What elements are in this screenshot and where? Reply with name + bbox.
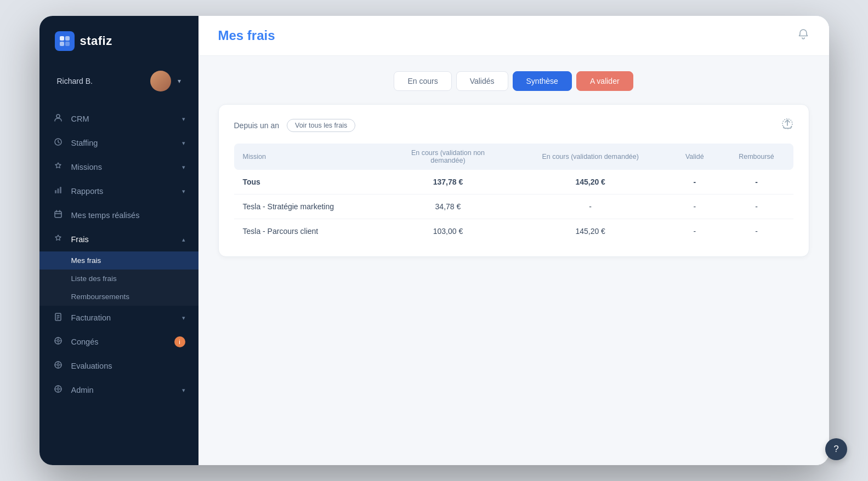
- cell-en-cours-non-dem: 34,78 €: [385, 194, 511, 219]
- table-header: Mission En cours (validation nondemandée…: [234, 144, 793, 170]
- table-body: Tous 137,78 € 145,20 € - - Tesla - Strat…: [234, 170, 793, 243]
- col-mission: Mission: [234, 144, 385, 170]
- svg-point-14: [57, 364, 59, 366]
- cell-en-cours-non-dem: 137,78 €: [385, 170, 511, 194]
- svg-rect-1: [65, 36, 70, 41]
- rapports-icon: [53, 186, 64, 197]
- sidebar-item-conges[interactable]: Congés i: [39, 330, 198, 354]
- cell-en-cours-non-dem: 103,00 €: [385, 219, 511, 244]
- user-name: Richard B.: [57, 77, 144, 85]
- sidebar-item-crm[interactable]: CRM ▾: [39, 107, 198, 131]
- table-row: Tesla - Parcours client 103,00 € 145,20 …: [234, 219, 793, 244]
- conges-label: Congés: [71, 337, 163, 346]
- svg-point-16: [57, 388, 59, 390]
- app-window: stafiz Richard B. ▾ CRM ▾: [39, 16, 829, 465]
- sidebar: stafiz Richard B. ▾ CRM ▾: [39, 16, 198, 465]
- sidebar-item-remboursements[interactable]: Remboursements: [39, 288, 198, 306]
- upload-icon[interactable]: [781, 118, 793, 133]
- tab-synthese[interactable]: Synthèse: [513, 71, 572, 91]
- table-header-row: Mission En cours (validation nondemandée…: [234, 144, 793, 170]
- col-valide: Validé: [670, 144, 719, 170]
- logo-icon: [55, 31, 75, 51]
- svg-rect-2: [60, 42, 64, 46]
- svg-rect-3: [65, 42, 70, 46]
- avatar: [150, 71, 171, 91]
- tab-valides[interactable]: Validés: [456, 71, 508, 91]
- admin-icon: [53, 385, 64, 396]
- facturation-chevron-icon: ▾: [182, 314, 185, 322]
- cell-rembourse: -: [719, 170, 793, 194]
- frais-chevron-icon: ▴: [182, 236, 185, 243]
- sidebar-item-facturation[interactable]: Facturation ▾: [39, 306, 198, 330]
- facturation-label: Facturation: [71, 313, 174, 322]
- sidebar-item-evaluations[interactable]: Evaluations: [39, 354, 198, 378]
- sidebar-item-missions[interactable]: Missions ▾: [39, 155, 198, 179]
- col-rembourse: Remboursé: [719, 144, 793, 170]
- staffing-icon: [53, 138, 64, 148]
- svg-rect-8: [60, 187, 61, 193]
- content-area: En cours Validés Synthèse A valider Depu…: [198, 56, 829, 465]
- frais-icon: [53, 234, 64, 245]
- svg-rect-7: [57, 188, 59, 193]
- missions-icon: [53, 162, 64, 173]
- svg-rect-6: [55, 190, 56, 193]
- sidebar-item-staffing[interactable]: Staffing ▾: [39, 131, 198, 155]
- liste-frais-label: Liste des frais: [71, 274, 117, 283]
- help-button[interactable]: ?: [825, 438, 847, 460]
- logo-text: stafiz: [80, 34, 112, 48]
- voir-tous-button[interactable]: Voir tous les frais: [287, 119, 355, 132]
- page-title: Mes frais: [218, 28, 275, 43]
- cell-rembourse: -: [719, 194, 793, 219]
- sidebar-navigation: CRM ▾ Staffing ▾ Mi: [39, 107, 198, 465]
- admin-chevron-icon: ▾: [182, 387, 185, 394]
- evaluations-label: Evaluations: [71, 362, 185, 370]
- tabs-bar: En cours Validés Synthèse A valider: [218, 71, 809, 91]
- cell-valide: -: [670, 170, 719, 194]
- staffing-label: Staffing: [71, 139, 174, 147]
- user-profile[interactable]: Richard B. ▾: [46, 64, 192, 98]
- conges-badge: i: [174, 336, 185, 347]
- help-icon: ?: [833, 444, 838, 455]
- table-row: Tesla - Stratégie marketing 34,78 € - - …: [234, 194, 793, 219]
- sidebar-item-liste-frais[interactable]: Liste des frais: [39, 270, 198, 288]
- sidebar-logo: stafiz: [39, 16, 198, 64]
- crm-icon: [53, 113, 64, 124]
- frais-label: Frais: [71, 235, 174, 244]
- main-content: Mes frais En cours Validés Synthèse A va…: [198, 16, 829, 465]
- sidebar-item-mes-frais[interactable]: Mes frais: [39, 251, 198, 270]
- mes-temps-icon: [53, 210, 64, 221]
- col-en-cours-non-demandee: En cours (validation nondemandée): [385, 144, 511, 170]
- rapports-label: Rapports: [71, 187, 174, 196]
- since-label: Depuis un an: [234, 121, 280, 130]
- cell-valide: -: [670, 219, 719, 244]
- tab-en-cours[interactable]: En cours: [394, 71, 451, 91]
- sidebar-item-rapports[interactable]: Rapports ▾: [39, 179, 198, 203]
- user-chevron-icon: ▾: [178, 77, 181, 85]
- sidebar-item-frais[interactable]: Frais ▴: [39, 227, 198, 251]
- missions-chevron-icon: ▾: [182, 164, 185, 171]
- conges-icon: [53, 336, 64, 347]
- sidebar-item-mes-temps[interactable]: Mes temps réalisés: [39, 203, 198, 227]
- expenses-table: Mission En cours (validation nondemandée…: [234, 144, 793, 243]
- remboursements-label: Remboursements: [71, 293, 130, 301]
- missions-label: Missions: [71, 163, 174, 171]
- card-header: Depuis un an Voir tous les frais: [234, 118, 793, 133]
- tab-a-valider[interactable]: A valider: [576, 71, 633, 91]
- sidebar-item-admin[interactable]: Admin ▾: [39, 378, 198, 402]
- cell-rembourse: -: [719, 219, 793, 244]
- expenses-card: Depuis un an Voir tous les frais Mission: [218, 104, 809, 257]
- svg-point-12: [57, 340, 59, 342]
- crm-label: CRM: [71, 114, 174, 123]
- staffing-chevron-icon: ▾: [182, 140, 185, 147]
- mes-frais-label: Mes frais: [71, 256, 101, 265]
- cell-mission: Tesla - Stratégie marketing: [234, 194, 385, 219]
- notifications-icon[interactable]: [797, 28, 809, 43]
- cell-mission: Tous: [234, 170, 385, 194]
- crm-chevron-icon: ▾: [182, 116, 185, 123]
- admin-label: Admin: [71, 386, 174, 394]
- cell-valide: -: [670, 194, 719, 219]
- frais-submenu: Mes frais Liste des frais Remboursements: [39, 251, 198, 306]
- cell-en-cours-dem: -: [511, 194, 670, 219]
- mes-temps-label: Mes temps réalisés: [71, 211, 185, 220]
- svg-rect-9: [55, 211, 61, 217]
